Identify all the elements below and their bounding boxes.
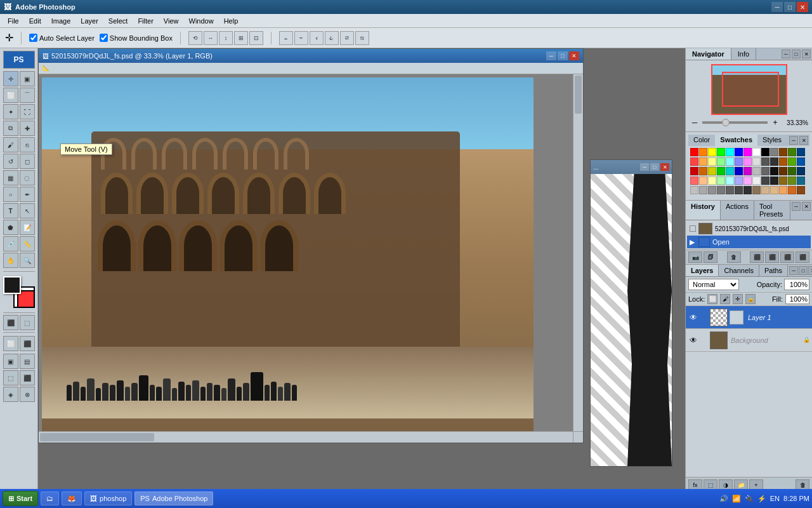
taskbar-item-firefox[interactable]: 🦊 bbox=[62, 491, 82, 505]
zoom-out-btn[interactable]: ─ bbox=[690, 117, 700, 128]
start-button[interactable]: ⊞ Start bbox=[3, 491, 38, 506]
swatch[interactable] bbox=[690, 177, 698, 185]
bg-visibility[interactable]: 👁 bbox=[688, 335, 698, 345]
align-icon-3[interactable]: ⫞ bbox=[310, 31, 324, 45]
nav-panel-max[interactable]: □ bbox=[792, 50, 801, 58]
swatch[interactable] bbox=[797, 186, 805, 194]
swatch[interactable] bbox=[717, 177, 725, 185]
layer-row-1[interactable]: 👁 Layer 1 bbox=[686, 306, 812, 329]
swatch[interactable] bbox=[726, 148, 734, 156]
view-mode-btn[interactable]: ⬜ bbox=[3, 336, 18, 351]
swatch[interactable] bbox=[779, 167, 787, 175]
tray-icon-3[interactable]: 🔌 bbox=[745, 495, 754, 503]
extra-tool-3[interactable]: ◈ bbox=[3, 387, 18, 402]
transform-icon-2[interactable]: ↔ bbox=[204, 31, 218, 45]
history-panel-close[interactable]: ✕ bbox=[802, 202, 811, 211]
history-brush-btn[interactable]: ↺ bbox=[3, 154, 18, 169]
tab-swatches[interactable]: Swatches bbox=[715, 135, 757, 146]
menu-view[interactable]: View bbox=[159, 16, 184, 26]
lock-all-btn[interactable]: 🔒 bbox=[745, 294, 756, 304]
swatch[interactable] bbox=[708, 148, 716, 156]
tab-actions[interactable]: Actions bbox=[721, 201, 754, 220]
align-icon-2[interactable]: ⫟ bbox=[294, 31, 308, 45]
lock-pixels-btn[interactable]: 🖌 bbox=[720, 294, 730, 304]
lock-position-btn[interactable]: ✛ bbox=[733, 294, 743, 304]
swatch[interactable] bbox=[761, 148, 769, 156]
zoom-tool-btn[interactable]: 🔍 bbox=[20, 253, 35, 268]
quick-mask-btn[interactable]: ⬚ bbox=[20, 315, 35, 330]
tray-icon-1[interactable]: 🔊 bbox=[719, 495, 728, 503]
swatch[interactable] bbox=[788, 148, 796, 156]
ps-logo-btn[interactable]: PS bbox=[3, 51, 35, 69]
swatch[interactable] bbox=[708, 186, 716, 194]
tray-icon-2[interactable]: 📶 bbox=[732, 495, 741, 503]
opacity-input[interactable] bbox=[784, 279, 809, 290]
swatch[interactable] bbox=[699, 167, 707, 175]
history-item-open[interactable]: ▶ Open bbox=[687, 236, 811, 248]
show-bounding-checkbox[interactable] bbox=[100, 34, 108, 42]
menu-file[interactable]: File bbox=[3, 16, 24, 26]
swatch[interactable] bbox=[726, 167, 734, 175]
swatch[interactable] bbox=[699, 157, 707, 166]
vertical-scrollbar[interactable] bbox=[573, 74, 583, 431]
swatch[interactable] bbox=[699, 186, 707, 194]
menu-filter[interactable]: Filter bbox=[133, 16, 158, 26]
full-screen-btn[interactable]: ⬛ bbox=[20, 336, 35, 351]
lasso-tool-btn[interactable]: ⌒ bbox=[20, 88, 35, 103]
tab-navigator[interactable]: Navigator bbox=[686, 48, 731, 60]
swatches-panel-close[interactable]: ✕ bbox=[799, 136, 808, 145]
swatch[interactable] bbox=[770, 177, 778, 185]
swatch[interactable] bbox=[779, 177, 787, 185]
swatch[interactable] bbox=[770, 148, 778, 156]
swatch[interactable] bbox=[770, 167, 778, 175]
align-icon-6[interactable]: ⧅ bbox=[355, 31, 369, 45]
layers-panel-min[interactable]: ─ bbox=[789, 266, 798, 275]
hand-tool-btn[interactable]: ✋ bbox=[3, 253, 18, 268]
second-doc-canvas[interactable] bbox=[591, 174, 672, 466]
history-panel-btn[interactable]: ─ bbox=[792, 202, 801, 211]
second-doc-min[interactable]: ─ bbox=[640, 163, 649, 171]
blend-mode-select[interactable]: Normal Dissolve Multiply Screen Overlay bbox=[688, 279, 739, 290]
layers-panel-max[interactable]: □ bbox=[799, 266, 808, 275]
swatch[interactable] bbox=[797, 157, 805, 166]
blur-tool-btn[interactable]: ◌ bbox=[20, 170, 35, 185]
menu-layer[interactable]: Layer bbox=[75, 16, 103, 26]
swatch[interactable] bbox=[708, 167, 716, 175]
swatch[interactable] bbox=[779, 186, 787, 194]
swatch[interactable] bbox=[788, 177, 796, 185]
transform-icon-1[interactable]: ⟲ bbox=[188, 31, 202, 45]
swatch[interactable] bbox=[743, 177, 752, 185]
transform-icon-4[interactable]: ⊞ bbox=[234, 31, 248, 45]
auto-select-checkbox[interactable] bbox=[29, 34, 37, 42]
fill-input[interactable] bbox=[785, 294, 809, 304]
minimize-button[interactable]: ─ bbox=[771, 2, 783, 12]
canvas-viewport[interactable] bbox=[39, 74, 583, 443]
swatch[interactable] bbox=[717, 186, 725, 194]
swatch[interactable] bbox=[699, 177, 707, 185]
menu-select[interactable]: Select bbox=[103, 16, 133, 26]
swatch[interactable] bbox=[752, 157, 761, 166]
normal-mode-btn[interactable]: ⬛ bbox=[3, 315, 18, 330]
swatches-panel-min[interactable]: ─ bbox=[789, 136, 798, 145]
align-icon-1[interactable]: ⫠ bbox=[279, 31, 293, 45]
doc-close-btn[interactable]: ✕ bbox=[569, 51, 579, 60]
swatch[interactable] bbox=[788, 157, 796, 166]
swatch[interactable] bbox=[752, 148, 761, 156]
dodge-tool-btn[interactable]: ○ bbox=[3, 187, 18, 202]
screen-mode-1[interactable]: ▣ bbox=[3, 354, 18, 369]
swatch[interactable] bbox=[690, 148, 698, 156]
history-new-doc-btn[interactable]: 🗐 bbox=[704, 251, 717, 263]
tab-styles[interactable]: Styles bbox=[757, 135, 787, 146]
transform-icon-5[interactable]: ⊡ bbox=[249, 31, 263, 45]
swatch[interactable] bbox=[797, 167, 805, 175]
type-tool-btn[interactable]: T bbox=[3, 203, 18, 218]
swatch[interactable] bbox=[735, 186, 743, 194]
swatch[interactable] bbox=[735, 177, 743, 185]
swatch[interactable] bbox=[761, 177, 769, 185]
doc-maximize-btn[interactable]: □ bbox=[558, 51, 568, 60]
swatch[interactable] bbox=[788, 167, 796, 175]
swatch[interactable] bbox=[717, 157, 725, 166]
swatch[interactable] bbox=[752, 167, 761, 175]
swatch[interactable] bbox=[717, 148, 725, 156]
swatch[interactable] bbox=[770, 157, 778, 166]
